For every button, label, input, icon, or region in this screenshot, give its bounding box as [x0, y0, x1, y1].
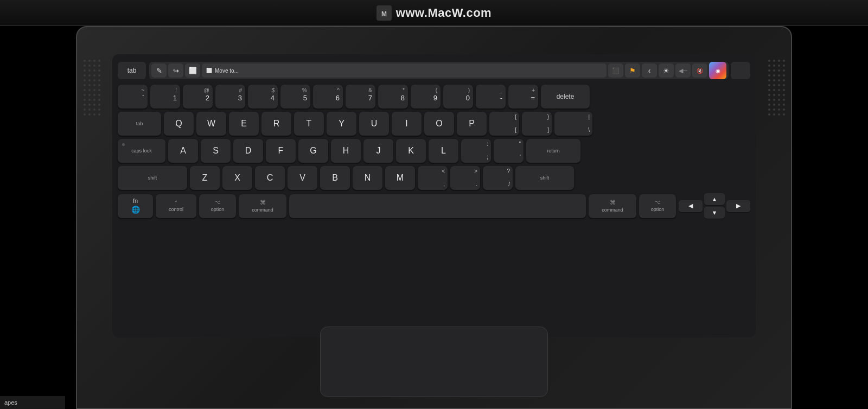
key-2[interactable]: @ 2 [183, 85, 213, 108]
key-1[interactable]: ! 1 [150, 85, 180, 108]
zxcv-row: shift Z X C V B N M < , > . ? / shift [118, 166, 750, 190]
key-a[interactable]: A [168, 139, 198, 163]
tb-brightness-btn[interactable]: ☀ [659, 63, 674, 78]
key-u[interactable]: U [359, 112, 389, 136]
number-row: ~ ` ! 1 @ 2 # 3 $ 4 % 5 [118, 85, 750, 108]
key-k[interactable]: K [396, 139, 426, 163]
key-shift-right[interactable]: shift [515, 166, 574, 190]
key-z[interactable]: Z [190, 166, 220, 190]
key-j[interactable]: J [363, 139, 393, 163]
tb-end-key[interactable] [731, 62, 750, 79]
key-shift-left[interactable]: shift [118, 166, 187, 190]
key-option-left[interactable]: ⌥ option [199, 194, 236, 218]
key-bracket-open[interactable]: { [ [489, 112, 519, 136]
key-b[interactable]: B [320, 166, 350, 190]
key-backtick[interactable]: ~ ` [118, 85, 148, 108]
touch-bar: tab ✎ ↪ ⬜ ⬜ Move to... ⬛ ⚑ ‹ ☀ ◀─ 🔇 ◉ [118, 61, 750, 80]
tb-delete-btn[interactable]: ⬛ [608, 63, 623, 78]
key-esc[interactable]: tab [118, 62, 146, 79]
key-g[interactable]: G [298, 139, 328, 163]
tb-mute-btn[interactable]: 🔇 [692, 63, 707, 78]
tb-edit-btn[interactable]: ✎ [151, 63, 167, 78]
arrow-up-down: ▲ ▼ [704, 193, 725, 219]
key-m[interactable]: M [385, 166, 415, 190]
key-3[interactable]: # 3 [215, 85, 245, 108]
key-bracket-close[interactable]: } ] [522, 112, 552, 136]
key-w[interactable]: W [196, 112, 226, 136]
key-arrow-right[interactable]: ▶ [726, 200, 750, 212]
speaker-grille-right [768, 60, 784, 212]
key-slash[interactable]: ? / [483, 166, 513, 190]
key-t[interactable]: T [294, 112, 324, 136]
key-h[interactable]: H [331, 139, 361, 163]
key-return[interactable]: return [526, 139, 580, 163]
key-quote[interactable]: " ' [494, 139, 524, 163]
asdf-row: caps lock A S D F G H J K L : ; " ' retu… [118, 139, 750, 163]
key-arrow-up[interactable]: ▲ [704, 193, 725, 205]
top-bar: M www.MacW.com [0, 0, 868, 26]
tb-moveto-label: Move to... [215, 68, 239, 74]
site-url: www.MacW.com [396, 6, 492, 20]
trackpad[interactable] [320, 327, 548, 397]
tb-archive-btn[interactable]: ⬜ [185, 63, 200, 78]
keyboard-area: tab ✎ ↪ ⬜ ⬜ Move to... ⬛ ⚑ ‹ ☀ ◀─ 🔇 ◉ [112, 54, 756, 337]
key-y[interactable]: Y [327, 112, 356, 136]
arrow-cluster: ◀ ▲ ▼ ▶ [679, 193, 750, 219]
key-0[interactable]: ) 0 [443, 85, 473, 108]
key-i[interactable]: I [392, 112, 422, 136]
key-o[interactable]: O [424, 112, 454, 136]
key-period[interactable]: > . [450, 166, 480, 190]
key-v[interactable]: V [288, 166, 317, 190]
macw-logo-icon: M [376, 5, 392, 21]
tb-back-btn[interactable]: ‹ [642, 63, 657, 78]
key-arrow-down[interactable]: ▼ [704, 207, 725, 219]
tb-volume-down-btn[interactable]: ◀─ [675, 63, 691, 78]
key-6[interactable]: ^ 6 [313, 85, 343, 108]
qwerty-row: tab Q W E R T Y U I O P { [ } ] | \ [118, 112, 750, 136]
key-semicolon[interactable]: : ; [461, 139, 491, 163]
key-s[interactable]: S [201, 139, 231, 163]
key-delete[interactable]: delete [541, 85, 590, 108]
key-l[interactable]: L [429, 139, 458, 163]
key-4[interactable]: $ 4 [248, 85, 278, 108]
bottom-row: fn 🌐 ^ control ⌥ option ⌘ command ⌘ comm… [118, 193, 750, 219]
tb-share-btn[interactable]: ↪ [168, 63, 183, 78]
key-e[interactable]: E [229, 112, 259, 136]
key-command-left[interactable]: ⌘ command [239, 194, 286, 218]
key-arrow-left[interactable]: ◀ [679, 200, 703, 212]
laptop-body: tab ✎ ↪ ⬜ ⬜ Move to... ⬛ ⚑ ‹ ☀ ◀─ 🔇 ◉ [76, 26, 792, 409]
key-command-right[interactable]: ⌘ command [589, 194, 636, 218]
key-x[interactable]: X [222, 166, 252, 190]
capslock-indicator [122, 143, 125, 146]
key-option-right[interactable]: ⌥ option [639, 194, 676, 218]
svg-text:M: M [381, 10, 387, 18]
tb-siri-btn[interactable]: ◉ [709, 62, 726, 79]
tb-moveto-btn[interactable]: ⬜ Move to... [202, 63, 607, 78]
key-9[interactable]: ( 9 [411, 85, 441, 108]
key-space[interactable] [289, 194, 586, 218]
key-5[interactable]: % 5 [280, 85, 310, 108]
key-c[interactable]: C [255, 166, 285, 190]
bottom-status-label: apes [4, 399, 17, 406]
key-tab[interactable]: tab [118, 112, 161, 136]
key-backslash[interactable]: | \ [554, 112, 592, 136]
key-equals[interactable]: + = [508, 85, 538, 108]
key-minus[interactable]: _ - [476, 85, 506, 108]
touch-bar-widget: ✎ ↪ ⬜ ⬜ Move to... ⬛ ⚑ ‹ ☀ ◀─ 🔇 ◉ [149, 62, 729, 79]
key-q[interactable]: Q [164, 112, 194, 136]
key-comma[interactable]: < , [418, 166, 448, 190]
speaker-grille-left [84, 60, 100, 212]
key-r[interactable]: R [261, 112, 291, 136]
key-control[interactable]: ^ control [156, 194, 196, 218]
tb-flag-btn[interactable]: ⚑ [625, 63, 640, 78]
key-f[interactable]: F [266, 139, 296, 163]
key-fn[interactable]: fn 🌐 [118, 194, 153, 218]
key-capslock[interactable]: caps lock [118, 139, 165, 163]
key-n[interactable]: N [353, 166, 382, 190]
key-7[interactable]: & 7 [346, 85, 375, 108]
key-8[interactable]: * 8 [378, 85, 408, 108]
bottom-status-bar: apes [0, 396, 65, 409]
key-p[interactable]: P [457, 112, 487, 136]
key-d[interactable]: D [233, 139, 263, 163]
